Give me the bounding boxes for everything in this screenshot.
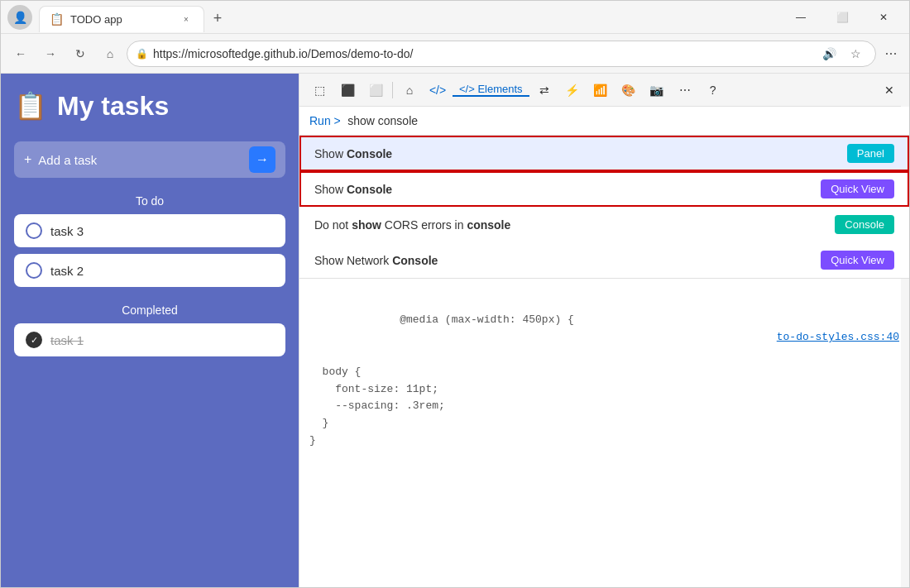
command-badge-console[interactable]: Console <box>835 215 894 234</box>
devtools-help-button[interactable]: ? <box>700 77 726 103</box>
elements-tab-label[interactable]: </> Elements <box>453 83 529 97</box>
more-button[interactable]: ··· <box>879 42 903 65</box>
task-item-completed[interactable]: ✓ task 1 <box>14 323 285 356</box>
command-item-network-console[interactable]: Show Network Console Quick View <box>299 242 909 278</box>
code-line: --spacing: .3rem; <box>309 398 899 415</box>
close-button[interactable]: ✕ <box>864 1 903 34</box>
command-item-text-4: Show Network Console <box>314 254 821 267</box>
command-badge-panel[interactable]: Panel <box>847 144 894 163</box>
task-item[interactable]: task 2 <box>14 254 285 287</box>
tab-title: TODO app <box>70 13 172 26</box>
browser-tab[interactable]: 📋 TODO app × <box>39 6 204 32</box>
back-button[interactable]: ← <box>7 41 34 67</box>
screencast-button[interactable]: ⬜ <box>362 77 389 103</box>
todo-app: 📋 My tasks + Add a task → To do task 3 t… <box>1 74 299 587</box>
add-task-row[interactable]: + Add a task → <box>14 141 285 178</box>
url-display[interactable]: https://microsoftedge.github.io/Demos/de… <box>153 47 812 60</box>
window-controls: — ⬜ ✕ <box>782 1 903 34</box>
completed-section: Completed ✓ task 1 <box>14 304 285 363</box>
refresh-button[interactable]: ↻ <box>67 41 93 67</box>
completed-section-label: Completed <box>14 304 285 317</box>
command-search-input[interactable] <box>347 114 888 127</box>
title-bar-left: 👤 <box>7 5 32 30</box>
command-item-show-console-quickview[interactable]: Show Console Quick View <box>299 171 909 207</box>
elements-tab-button[interactable]: </> <box>424 77 451 103</box>
code-line: body { <box>309 364 899 381</box>
add-task-plus-icon: + <box>24 152 31 167</box>
home-devtools-button[interactable]: ⌂ <box>396 77 423 103</box>
code-line: @media (max-width: 450px) { to-do-styles… <box>309 295 899 364</box>
task-item[interactable]: task 3 <box>14 214 285 247</box>
network-conditions-button[interactable]: 📶 <box>587 77 614 103</box>
toolbar-separator <box>392 82 393 98</box>
command-item-text: Show Console <box>314 147 847 160</box>
rendering-tab-button[interactable]: 🎨 <box>615 77 642 103</box>
command-item-text-2: Show Console <box>314 183 821 196</box>
forward-button[interactable]: → <box>37 41 64 67</box>
new-tab-button[interactable]: + <box>204 6 231 32</box>
task-text: task 2 <box>50 264 84 278</box>
home-button[interactable]: ⌂ <box>97 41 123 67</box>
minimize-button[interactable]: — <box>782 1 820 34</box>
command-badge-quickview-2[interactable]: Quick View <box>821 251 894 270</box>
devtools-more-button[interactable]: ⋯ <box>672 77 698 103</box>
lock-icon: 🔒 <box>136 48 148 60</box>
address-input-wrap: 🔒 https://microsoftedge.github.io/Demos/… <box>127 41 876 67</box>
code-area: element.style { } @media (max-width: 450… <box>299 237 909 587</box>
add-task-placeholder[interactable]: Add a task <box>38 153 249 167</box>
inspect-element-button[interactable]: ⬚ <box>306 77 333 103</box>
restore-button[interactable]: ⬜ <box>823 1 861 34</box>
devtools-toolbar: ⬚ ⬛ ⬜ ⌂ </> </> Elements ⇄ ⚡ 📶 🎨 📷 ⋯ ? ✕ <box>299 74 909 107</box>
devtools-close-button[interactable]: ✕ <box>876 77 903 103</box>
code-line: } <box>309 415 899 433</box>
devtools-panel: ⬚ ⬛ ⬜ ⌂ </> </> Elements ⇄ ⚡ 📶 🎨 📷 ⋯ ? ✕ <box>299 74 909 587</box>
device-emulation-button[interactable]: ⬛ <box>334 77 361 103</box>
tab-close-button[interactable]: × <box>179 12 194 26</box>
performance-tab-button[interactable]: ⚡ <box>559 77 586 103</box>
command-item-text-3: Do not show CORS errors in console <box>314 218 835 232</box>
todo-header: 📋 My tasks <box>14 90 285 122</box>
task-text-completed: task 1 <box>50 333 84 347</box>
tab-favicon: 📋 <box>50 12 64 26</box>
command-item-show-console-panel[interactable]: Show Console Panel <box>299 136 909 171</box>
task-text: task 3 <box>50 224 84 238</box>
read-aloud-button[interactable]: 🔊 <box>817 42 841 65</box>
profile-icon[interactable]: 👤 <box>7 5 32 30</box>
code-line: font-size: 11pt; <box>309 381 899 399</box>
command-item-cors[interactable]: Do not show CORS errors in console Conso… <box>299 207 909 242</box>
command-input-row: Run > <box>299 107 909 136</box>
address-right-icons: 🔊 ☆ <box>817 42 867 65</box>
code-line: } <box>309 433 899 450</box>
command-badge-quickview[interactable]: Quick View <box>821 179 894 198</box>
command-palette: Run > Show Console Panel Show Console <box>299 107 909 279</box>
task-checkbox[interactable] <box>26 262 42 279</box>
main-content: 📋 My tasks + Add a task → To do task 3 t… <box>1 74 909 587</box>
code-line <box>309 278 899 295</box>
network-tab-button[interactable]: ⇄ <box>531 77 558 103</box>
screenshot-button[interactable]: 📷 <box>644 77 670 103</box>
css-file-link[interactable]: to-do-styles.css:40 <box>777 329 899 347</box>
task-checkbox[interactable] <box>26 222 42 239</box>
favorites-button[interactable]: ☆ <box>844 42 867 65</box>
todo-section-label: To do <box>14 194 285 208</box>
task-checkbox-checked[interactable]: ✓ <box>26 332 42 348</box>
address-bar: ← → ↻ ⌂ 🔒 https://microsoftedge.github.i… <box>1 34 909 74</box>
title-bar: 👤 📋 TODO app × + — ⬜ ✕ <box>1 1 909 34</box>
add-task-arrow-button[interactable]: → <box>249 146 275 173</box>
todo-app-title: My tasks <box>57 91 169 122</box>
todo-icon: 📋 <box>14 90 47 122</box>
run-prefix: Run > <box>309 114 341 127</box>
